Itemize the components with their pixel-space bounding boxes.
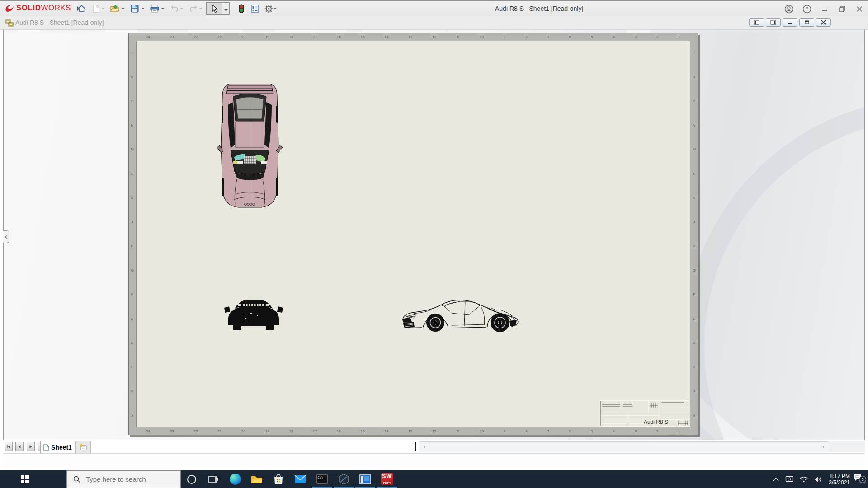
scroll-right-arrow[interactable]: › (819, 442, 828, 452)
zone-label: F (131, 292, 133, 296)
zone-label: 10 (480, 429, 484, 433)
zone-label: N (131, 123, 134, 127)
next-icon (29, 445, 33, 449)
next-sheet-button[interactable] (27, 442, 35, 451)
zone-label: 11 (456, 429, 460, 433)
minimize-button[interactable] (817, 3, 833, 15)
mdi-pane-left-button[interactable] (749, 18, 764, 27)
help-button[interactable]: ? (799, 3, 815, 15)
feature-panel-collapse-tab[interactable] (3, 230, 9, 243)
previous-sheet-button[interactable] (15, 442, 24, 451)
clock-date: 3/5/2021 (829, 479, 850, 486)
brand-text: SOLIDWORKS (16, 4, 71, 13)
new-dropdown-arrow[interactable] (101, 8, 105, 11)
zone-label: 16 (337, 429, 341, 433)
undo-button[interactable] (168, 2, 181, 15)
taskbar-mail[interactable] (289, 470, 311, 488)
taskbar-task-view[interactable] (203, 470, 224, 488)
title-bar: SOLIDWORKS (0, 0, 868, 16)
close-button[interactable] (852, 3, 867, 15)
traffic-light-button[interactable] (235, 2, 248, 15)
zone-label: A (131, 413, 133, 418)
zone-label: 14 (385, 429, 389, 433)
zone-label: 7 (547, 35, 549, 39)
drawing-view-front[interactable] (224, 293, 283, 332)
select-dropdown[interactable] (222, 2, 230, 15)
save-button[interactable] (128, 2, 141, 15)
restore-button[interactable] (835, 3, 850, 15)
start-button[interactable] (0, 470, 50, 488)
tray-wifi-icon[interactable] (800, 476, 808, 483)
taskbar-display-app[interactable] (354, 470, 376, 488)
select-arrow-icon (211, 5, 218, 13)
graphics-area[interactable]: 242322212019181716151413121110987654321 … (3, 30, 865, 440)
mdi-close-button[interactable] (816, 18, 831, 27)
tab-sheet1[interactable]: Sheet1 (40, 441, 78, 453)
tab-scroll-splitter[interactable] (415, 442, 416, 451)
account-button[interactable] (781, 3, 797, 15)
taskbar-store[interactable] (268, 470, 289, 488)
solidworks-app-icon: SW 2021 (381, 473, 393, 485)
tray-display-sync-icon[interactable] (785, 476, 793, 483)
save-dropdown-arrow[interactable] (141, 8, 145, 11)
drawing-view-top[interactable] (217, 81, 283, 209)
hexagon-app-icon (338, 474, 349, 485)
redo-dropdown-arrow[interactable] (199, 8, 203, 11)
first-sheet-button[interactable] (5, 442, 13, 451)
add-sheet-icon (79, 444, 87, 451)
zone-label: 23 (170, 35, 174, 39)
mdi-restore-button[interactable] (799, 18, 814, 27)
search-input[interactable] (86, 475, 172, 483)
title-block-notes (678, 421, 688, 425)
redo-button[interactable] (187, 2, 200, 15)
edge-icon (230, 474, 241, 485)
print-button[interactable] (148, 2, 161, 15)
zone-label: 21 (217, 429, 222, 433)
zone-label: P (693, 99, 695, 103)
zone-label: 24 (146, 429, 150, 433)
taskbar-hexagon-app[interactable] (333, 470, 354, 488)
settings-dropdown-arrow[interactable] (273, 8, 277, 11)
taskbar-cortana[interactable] (181, 470, 203, 488)
open-dropdown-arrow[interactable] (121, 8, 125, 11)
traffic-light-icon (239, 4, 244, 13)
taskbar-solidworks-2021[interactable]: SW 2021 (376, 470, 398, 488)
drawing-document-icon (5, 19, 14, 27)
zone-label: C (131, 365, 134, 369)
mdi-restore-icon (804, 20, 810, 25)
taskbar-clock[interactable]: 8:17 PM 3/5/2021 (829, 473, 850, 486)
properties-list-icon (251, 5, 259, 13)
properties-button[interactable] (249, 2, 261, 15)
undo-dropdown-arrow[interactable] (180, 8, 184, 11)
zone-label: 17 (313, 35, 317, 39)
zone-label: 4 (613, 429, 614, 433)
mdi-minimize-button[interactable] (783, 18, 797, 27)
action-center-button[interactable]: 3 (854, 474, 865, 485)
add-sheet-button[interactable] (75, 441, 91, 453)
scroll-left-arrow[interactable]: ‹ (420, 442, 429, 452)
mdi-pane-right-button[interactable] (766, 18, 781, 27)
status-bar (3, 453, 865, 470)
open-button[interactable] (108, 2, 121, 15)
zone-label: T (693, 51, 695, 55)
zone-label: 14 (385, 35, 389, 39)
taskbar-file-explorer[interactable] (246, 470, 268, 488)
taskbar-command-prompt[interactable]: C:\_ (311, 470, 333, 488)
zone-label: K (131, 196, 133, 200)
taskbar-search[interactable] (66, 470, 181, 488)
title-block-notes (602, 403, 620, 412)
select-tool-button[interactable] (206, 2, 222, 15)
new-document-button[interactable] (90, 2, 102, 15)
sheet-paper[interactable]: Audi R8 S (136, 41, 690, 427)
zone-label: P (131, 99, 133, 103)
home-button[interactable] (75, 2, 88, 15)
print-dropdown-arrow[interactable] (161, 8, 165, 11)
mdi-window-controls (747, 18, 831, 27)
taskbar-edge[interactable] (224, 470, 246, 488)
tray-chevron-up-icon[interactable] (773, 477, 779, 481)
drawing-view-side[interactable] (398, 294, 529, 339)
zone-label: L (131, 172, 133, 176)
tray-volume-icon[interactable] (814, 476, 822, 483)
zone-label: 1 (678, 429, 680, 433)
horizontal-scrollbar[interactable]: ‹ › (419, 441, 829, 452)
